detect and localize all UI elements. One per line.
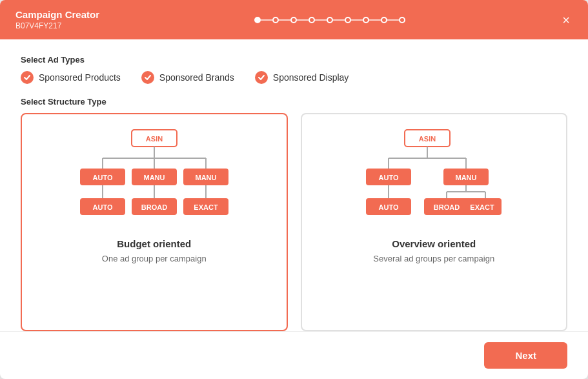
ad-type-sb-label: Sponsored Brands [159,72,234,83]
ad-types-row: Sponsored Products Sponsored Brands Spon… [21,71,567,84]
progress-line-6 [351,19,363,21]
modal-header: Campaign Creator B07V4FY217 × [0,0,588,39]
ad-types-label: Select Ad Types [21,55,567,65]
progress-line-8 [387,19,399,21]
budget-tree: ASIN AUTO MANU [32,127,276,230]
modal-footer: Next [0,331,588,379]
progress-dot-6 [345,17,351,23]
overview-card-desc: Several ad groups per campaign [373,253,494,265]
overview-tree: ASIN AUTO MANU [312,127,556,230]
progress-line-2 [279,19,290,21]
overview-diagram-svg: ASIN AUTO MANU [350,127,518,230]
svg-text:AUTO: AUTO [379,203,399,211]
progress-dot-7 [363,17,369,23]
progress-line-3 [297,19,309,21]
progress-line-5 [333,19,345,21]
svg-text:MANU: MANU [195,174,216,181]
card-budget-oriented[interactable]: ASIN AUTO MANU [21,113,288,331]
svg-text:MANU: MANU [456,174,477,181]
check-icon-sd [255,71,268,84]
check-icon-sp [21,71,34,84]
close-button[interactable]: × [560,11,573,29]
svg-text:AUTO: AUTO [92,203,112,211]
svg-text:ASIN: ASIN [146,135,163,143]
progress-line-7 [369,19,381,21]
svg-text:AUTO: AUTO [92,174,112,181]
card-overview-oriented[interactable]: ASIN AUTO MANU [301,113,568,331]
header-title-group: Campaign Creator B07V4FY217 [15,9,99,30]
ad-type-sponsored-products: Sponsored Products [21,71,121,84]
svg-text:BROAD: BROAD [434,203,460,211]
structure-cards: ASIN AUTO MANU [21,113,567,331]
modal-container: Campaign Creator B07V4FY217 × Select [0,0,588,379]
check-icon-sb [141,71,154,84]
ad-type-sp-label: Sponsored Products [39,72,121,83]
modal-title: Campaign Creator [15,9,99,20]
svg-text:EXACT: EXACT [194,203,218,211]
progress-dot-4 [309,17,315,23]
progress-dot-2 [272,17,279,23]
progress-bar [99,17,560,23]
progress-dot-1 [254,17,261,23]
budget-diagram-svg: ASIN AUTO MANU [70,127,238,230]
progress-dot-9 [399,17,405,23]
progress-line-1 [261,19,272,21]
next-button[interactable]: Next [484,342,567,369]
modal-body: Select Ad Types Sponsored Products Spons… [0,39,588,331]
overview-card-title: Overview oriented [392,238,476,249]
progress-line-4 [315,19,327,21]
ad-type-sponsored-display: Sponsored Display [255,71,349,84]
svg-text:EXACT: EXACT [471,203,495,211]
svg-text:ASIN: ASIN [419,135,436,143]
progress-dot-3 [290,17,297,23]
structure-type-label: Select Structure Type [21,97,567,107]
ad-type-sponsored-brands: Sponsored Brands [141,71,234,84]
progress-dot-8 [381,17,387,23]
svg-text:AUTO: AUTO [379,174,399,181]
svg-text:MANU: MANU [143,174,165,181]
svg-text:BROAD: BROAD [141,203,167,211]
budget-card-title: Budget oriented [117,238,191,249]
ad-type-sd-label: Sponsored Display [273,72,349,83]
budget-card-desc: One ad group per campaign [102,253,207,265]
modal-subtitle: B07V4FY217 [15,21,99,30]
progress-dot-5 [327,17,333,23]
